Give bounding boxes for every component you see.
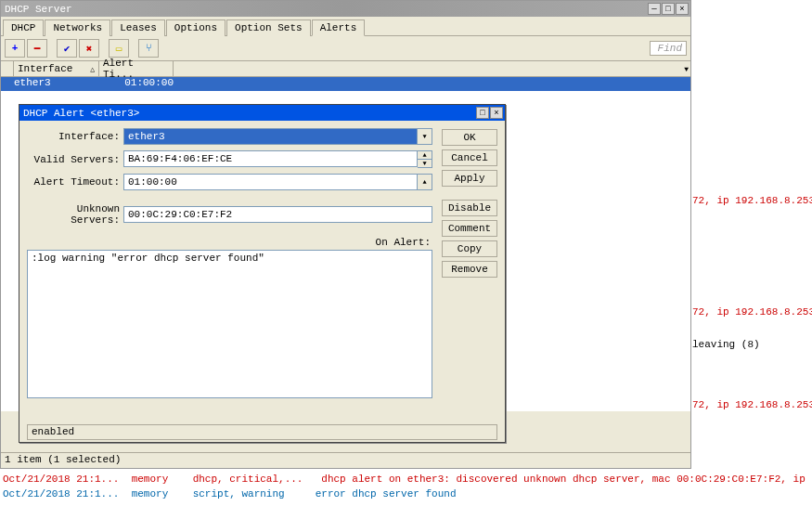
check-icon: ✔ xyxy=(64,43,71,55)
apply-button[interactable]: Apply xyxy=(442,170,497,187)
close-button[interactable]: × xyxy=(676,3,689,15)
dialog-form: Interface: ▼ Valid Servers: ▲ ▼ Alert Ti… xyxy=(27,128,432,401)
tab-options[interactable]: Options xyxy=(166,19,226,36)
col-flag[interactable] xyxy=(1,61,14,76)
note-icon: ▭ xyxy=(116,43,122,55)
ok-button[interactable]: OK xyxy=(442,129,497,146)
window-status: 1 item (1 selected) xyxy=(1,452,690,468)
dialog-buttons: OK Cancel Apply Disable Comment Copy Rem… xyxy=(442,128,497,401)
valid-servers-label: Valid Servers: xyxy=(27,154,123,165)
window-title: DHCP Server xyxy=(3,4,648,15)
log-line-1: Oct/21/2018 21:1... memory dhcp, critica… xyxy=(3,474,812,485)
unknown-servers-label: Unknown Servers: xyxy=(27,203,123,226)
interface-field[interactable] xyxy=(123,128,418,145)
valid-servers-field[interactable] xyxy=(123,150,418,167)
x-icon: ✖ xyxy=(86,43,93,55)
on-alert-script[interactable] xyxy=(27,250,432,398)
dialog-maximize-button[interactable]: □ xyxy=(476,107,489,119)
minus-icon: ━ xyxy=(34,43,41,55)
plus-icon: + xyxy=(12,43,19,54)
minimize-button[interactable]: ─ xyxy=(648,3,661,15)
cell-alert: 01:00:00 xyxy=(99,77,174,91)
tab-bar: DHCP Networks Leases Options Option Sets… xyxy=(1,17,690,36)
tab-dhcp[interactable]: DHCP xyxy=(3,19,44,36)
col-alert-timeout[interactable]: Alert Ti... xyxy=(99,61,174,76)
window-titlebar: DHCP Server ─ □ × xyxy=(1,1,690,17)
log-fragment: 72, ip 192.168.8.253 xyxy=(692,399,812,410)
funnel-icon: ⑂ xyxy=(146,43,152,54)
dialog-close-button[interactable]: × xyxy=(490,107,503,119)
log-line-2: Oct/21/2018 21:1... memory script, warni… xyxy=(3,488,457,500)
dhcp-alert-dialog: DHCP Alert <ether3> □ × Interface: ▼ Val… xyxy=(19,104,506,443)
maximize-button[interactable]: □ xyxy=(662,3,675,15)
interface-label: Interface: xyxy=(27,131,123,142)
find-input[interactable]: Find xyxy=(650,41,687,56)
interface-dropdown[interactable]: ▼ xyxy=(418,129,432,144)
valid-up-button[interactable]: ▲ xyxy=(418,151,432,159)
tab-alerts[interactable]: Alerts xyxy=(312,19,366,36)
alert-timeout-label: Alert Timeout: xyxy=(27,176,123,188)
log-fragment: 72, ip 192.168.8.253 xyxy=(692,195,812,206)
dialog-titlebar: DHCP Alert <ether3> □ × xyxy=(19,105,505,121)
alert-timeout-field[interactable] xyxy=(123,174,418,190)
on-alert-label: On Alert: xyxy=(27,237,432,248)
comment-button[interactable]: ▭ xyxy=(109,39,129,58)
cell-interface: ether3 xyxy=(14,77,99,91)
add-button[interactable]: + xyxy=(5,39,25,58)
dialog-status: enabled xyxy=(27,424,497,440)
log-fragment: 72, ip 192.168.8.253 xyxy=(692,306,812,318)
unknown-servers-field[interactable] xyxy=(123,206,432,223)
remove-button[interactable]: ━ xyxy=(27,39,47,58)
cancel-button[interactable]: Cancel xyxy=(442,149,497,166)
tab-option-sets[interactable]: Option Sets xyxy=(226,19,311,36)
copy-button[interactable]: Copy xyxy=(442,240,497,257)
tab-leases[interactable]: Leases xyxy=(111,19,165,36)
sort-icon: △ xyxy=(90,65,95,73)
col-interface[interactable]: Interface△ xyxy=(14,61,99,76)
tab-networks[interactable]: Networks xyxy=(45,19,110,36)
grid-header: Interface△ Alert Ti... ▼ xyxy=(1,61,690,77)
dialog-title: DHCP Alert <ether3> xyxy=(21,108,476,119)
table-row[interactable]: ether3 01:00:00 xyxy=(1,77,690,91)
log-fragment: leaving (8) xyxy=(692,339,760,350)
timeout-up-button[interactable]: ▲ xyxy=(418,175,432,189)
comment-button-dlg[interactable]: Comment xyxy=(442,220,497,237)
remove-button-dlg[interactable]: Remove xyxy=(442,261,497,278)
valid-down-button[interactable]: ▼ xyxy=(418,159,432,167)
chevron-down-icon: ▼ xyxy=(684,65,689,73)
filter-button[interactable]: ⑂ xyxy=(138,39,159,58)
enable-button[interactable]: ✔ xyxy=(57,39,77,58)
disable-button[interactable]: Disable xyxy=(442,200,497,216)
col-dropdown[interactable]: ▼ xyxy=(174,61,690,76)
disable-button[interactable]: ✖ xyxy=(79,39,99,58)
